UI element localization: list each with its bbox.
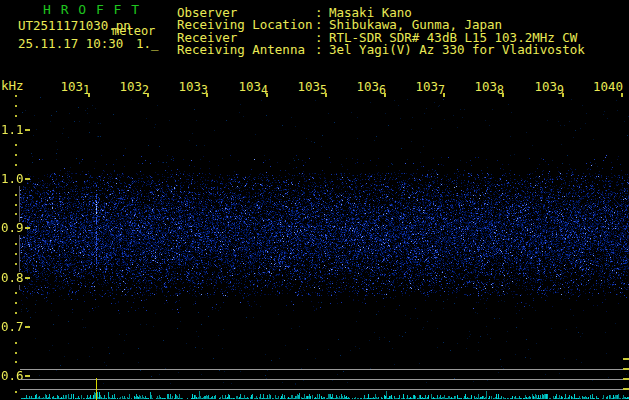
freq-axis-tick bbox=[25, 178, 30, 180]
info-label: Receiving Antenna bbox=[177, 44, 315, 56]
station-info-table: Observer:Masaki KanoReceiving Location:S… bbox=[177, 7, 585, 57]
khz-unit-label: kHz bbox=[1, 80, 24, 93]
meter-right-tick bbox=[623, 388, 629, 390]
spectrogram-canvas bbox=[20, 97, 629, 400]
freq-axis-label: 1.1 bbox=[0, 124, 27, 137]
time-axis-label: 1039 bbox=[528, 81, 564, 94]
freq-axis-tick bbox=[25, 227, 30, 229]
meter-right-tick bbox=[623, 368, 629, 370]
time-axis-label: 1035 bbox=[291, 81, 327, 94]
time-axis-label: 1031 bbox=[54, 81, 90, 94]
freq-axis-tick bbox=[25, 277, 30, 279]
time-axis-label: 1033 bbox=[172, 81, 208, 94]
time-axis-label: 1038 bbox=[468, 81, 504, 94]
echo-counter: 1._ bbox=[136, 38, 159, 51]
time-axis-label: 1032 bbox=[113, 81, 149, 94]
meter-right-tick bbox=[623, 358, 629, 360]
hrofft-window: H R O F F T UT2511171030.pn meteor 25.11… bbox=[0, 0, 629, 400]
freq-axis-label: 1.0 bbox=[0, 173, 27, 186]
meter-gridline bbox=[20, 379, 629, 380]
freq-axis-ticks bbox=[15, 95, 17, 396]
time-axis-label: 1036 bbox=[350, 81, 386, 94]
freq-axis-tick bbox=[25, 129, 30, 131]
info-separator: : bbox=[315, 44, 329, 56]
info-value: 3el Yagi(V) Az 330 for Vladivostok bbox=[329, 44, 585, 56]
freq-axis-label: 0.9 bbox=[0, 222, 27, 235]
freq-axis-label: 0.8 bbox=[0, 272, 27, 285]
time-axis-label: 1040 bbox=[587, 81, 623, 94]
freq-axis-label: 0.6 bbox=[0, 370, 27, 383]
time-axis-label: 1037 bbox=[409, 81, 445, 94]
observation-datetime: 25.11.17 10:30 bbox=[18, 38, 123, 51]
freq-axis-tick bbox=[25, 375, 30, 377]
meteor-echo-spike bbox=[96, 378, 97, 400]
meter-gridline bbox=[20, 389, 629, 390]
freq-axis-label: 0.7 bbox=[0, 321, 27, 334]
time-axis-label: 1034 bbox=[232, 81, 268, 94]
freq-axis-tick bbox=[25, 326, 30, 328]
meter-gridline bbox=[20, 369, 629, 370]
meter-right-tick bbox=[623, 378, 629, 380]
app-title: H R O F F T bbox=[43, 4, 140, 17]
